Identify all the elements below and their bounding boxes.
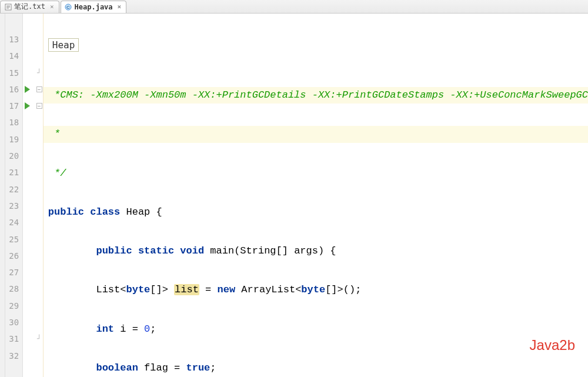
fold-end-icon[interactable]: ┘ <box>35 331 43 347</box>
tab-heap-java[interactable]: C Heap.java × <box>61 1 127 13</box>
fold-toggle-icon[interactable]: − <box>35 98 43 114</box>
tab-notes[interactable]: 笔记.txt × <box>0 1 59 13</box>
fold-end-icon[interactable]: ┘ <box>35 65 43 81</box>
code-line: *CMS: -Xmx200M -Xmn50m -XX:+PrintGCDetai… <box>44 87 588 104</box>
line-number: 32 <box>5 348 23 364</box>
editor: 13 14 15 16 17 18 19 20 21 22 23 24 25 2… <box>0 14 588 377</box>
tab-label: 笔记.txt <box>14 2 45 12</box>
code-line: public static void main(String[] args) { <box>44 243 588 259</box>
line-number: 17 <box>5 98 23 114</box>
line-number: 31 <box>5 331 23 347</box>
code-line: public class Heap { <box>44 204 588 221</box>
java-class-icon: C <box>65 3 72 11</box>
line-number: 23 <box>5 198 23 214</box>
fold-toggle-icon[interactable]: − <box>35 81 43 98</box>
line-number: 22 <box>5 181 23 198</box>
code-area[interactable]: Heap *CMS: -Xmx200M -Xmn50m -XX:+PrintGC… <box>44 14 588 377</box>
tab-bar: 笔记.txt × C Heap.java × <box>0 0 588 14</box>
line-number-gutter: 13 14 15 16 17 18 19 20 21 22 23 24 25 2… <box>5 14 24 377</box>
line-number: 20 <box>5 148 23 164</box>
code-line: boolean flag = true; <box>44 360 588 376</box>
breadcrumb: Heap <box>44 36 588 54</box>
line-number: 13 <box>5 31 23 48</box>
text-file-icon <box>4 3 12 11</box>
line-number: 24 <box>5 214 23 231</box>
close-icon[interactable]: × <box>118 3 122 11</box>
line-number: 21 <box>5 164 23 181</box>
watermark: Java2b <box>530 337 575 353</box>
fold-gutter: ┘ − − ┘ <box>35 14 44 377</box>
line-number: 26 <box>5 248 23 264</box>
run-gutter <box>23 14 35 377</box>
line-number: 16 <box>5 81 23 98</box>
code-line: * <box>44 126 588 142</box>
breadcrumb-class[interactable]: Heap <box>48 38 79 52</box>
svg-text:C: C <box>66 5 70 10</box>
line-number: 15 <box>5 65 23 81</box>
line-number: 29 <box>5 298 23 314</box>
line-number: 18 <box>5 114 23 131</box>
tab-label: Heap.java <box>75 3 113 11</box>
run-main-icon[interactable] <box>23 98 35 114</box>
code-line: List<byte[]> list = new ArrayList<byte[]… <box>44 282 588 298</box>
line-number: 28 <box>5 281 23 297</box>
line-number: 25 <box>5 231 23 248</box>
line-number: 30 <box>5 314 23 331</box>
run-class-icon[interactable] <box>23 81 35 98</box>
line-number: 14 <box>5 48 23 64</box>
line-number: 27 <box>5 264 23 281</box>
code-line: int i = 0; <box>44 321 588 338</box>
close-icon[interactable]: × <box>50 3 54 11</box>
margin-strip <box>0 14 5 377</box>
line-number: 19 <box>5 131 23 148</box>
code-line: */ <box>44 165 588 182</box>
